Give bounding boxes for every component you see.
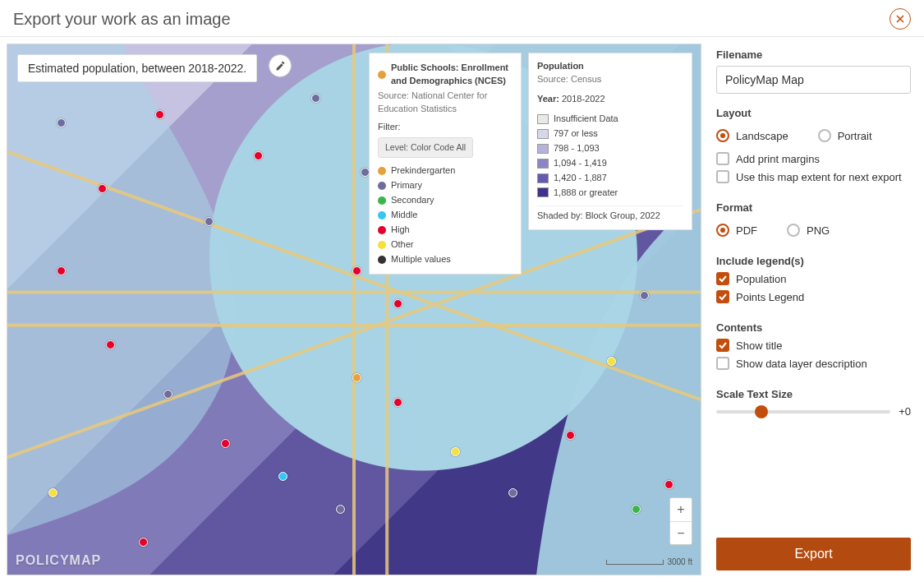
show-desc-checkbox[interactable] [716, 357, 729, 370]
zoom-out-button[interactable]: − [670, 521, 692, 544]
legend-dot-icon [378, 167, 386, 175]
map-title-box: Estimated population, between 2018-2022. [17, 54, 257, 82]
include-legends-label: Include legend(s) [716, 255, 911, 267]
filename-label: Filename [716, 48, 911, 61]
legend-points-checkbox[interactable] [716, 290, 729, 303]
edit-title-button[interactable] [269, 54, 292, 77]
scale-text-label: Scale Text Size [716, 388, 911, 400]
export-dialog: Export your work as an image [0, 0, 924, 582]
legend-population-label: Population [736, 273, 786, 285]
layout-landscape-label: Landscape [736, 130, 788, 142]
legend-swatch-icon [537, 159, 549, 169]
legend-item-label: Secondary [391, 194, 434, 207]
legend-item-label: 797 or less [554, 127, 598, 141]
close-icon [896, 15, 904, 23]
policymap-watermark: POLICYMAP [16, 553, 101, 568]
layout-landscape-radio[interactable] [716, 129, 729, 142]
pop-legend-title: Population [537, 60, 683, 73]
map-title-text: Estimated population, between 2018-2022. [28, 62, 246, 75]
legend-dot-icon [378, 182, 386, 190]
points-legend-item: Middle [378, 209, 513, 222]
legend-dot-icon [378, 211, 386, 219]
export-button[interactable]: Export [716, 538, 911, 570]
layout-portrait-radio[interactable] [818, 129, 831, 142]
zoom-control: + − [669, 497, 692, 545]
legend-item-label: 798 - 1,093 [554, 142, 600, 155]
close-button[interactable] [890, 8, 911, 30]
legend-swatch-icon [537, 173, 549, 183]
legend-swatch-icon [537, 129, 549, 139]
legend-population-checkbox[interactable] [716, 272, 729, 285]
dialog-header: Export your work as an image [0, 0, 924, 37]
layout-label: Layout [716, 107, 911, 119]
format-label: Format [716, 201, 911, 214]
legend-item-label: Primary [391, 179, 422, 192]
points-legend-item: Secondary [378, 194, 513, 207]
points-legend-title: Public Schools: Enrollment and Demograph… [391, 62, 513, 88]
print-margins-checkbox[interactable] [716, 152, 729, 165]
use-extent-checkbox[interactable] [716, 170, 729, 183]
legend-swatch-icon [537, 144, 549, 154]
legend-item-label: Multiple values [391, 253, 451, 266]
export-sidebar: Filename Layout Landscape Portrait [706, 37, 924, 582]
legend-item-label: Prekindergarten [391, 164, 455, 178]
points-legend-item: High [378, 224, 513, 237]
points-legend-card: Public Schools: Enrollment and Demograph… [369, 53, 522, 275]
filename-input[interactable] [716, 66, 911, 94]
legend-dot-icon [378, 256, 386, 264]
pop-legend-item: 1,420 - 1,887 [537, 172, 683, 185]
pop-legend-item: 1,888 or greater [537, 187, 683, 200]
zoom-in-button[interactable]: + [670, 498, 692, 521]
show-title-checkbox[interactable] [716, 339, 729, 352]
points-legend-source: Source: National Center for Education St… [378, 90, 513, 116]
slider-thumb[interactable] [755, 405, 768, 418]
legend-item-label: Insufficient Data [554, 113, 618, 126]
pop-legend-year: 2018-2022 [562, 94, 605, 104]
legend-item-label: 1,888 or greater [554, 187, 618, 200]
points-legend-item: Prekindergarten [378, 164, 513, 178]
legend-item-label: 1,420 - 1,887 [554, 172, 607, 185]
legend-swatch-icon [537, 187, 549, 197]
scale-text-value: +0 [899, 405, 911, 418]
points-legend-filter-label: Filter: [378, 121, 513, 134]
layout-portrait-label: Portrait [838, 130, 872, 142]
population-legend-card: Population Source: Census Year: 2018-202… [528, 53, 692, 230]
pop-legend-source: Source: Census [537, 73, 683, 86]
map-preview: Estimated population, between 2018-2022.… [7, 44, 701, 575]
contents-label: Contents [716, 321, 911, 334]
print-margins-label: Add print margins [736, 153, 820, 165]
points-legend-filter-button[interactable]: Level: Color Code All [378, 137, 473, 158]
pop-legend-item: 798 - 1,093 [537, 142, 683, 155]
legend-dot-icon [378, 226, 386, 234]
format-pdf-radio[interactable] [716, 224, 729, 237]
pop-legend-shadedby: Shaded by: Block Group, 2022 [537, 206, 683, 223]
dialog-title: Export your work as an image [13, 10, 231, 29]
pop-legend-year-label: Year: [537, 94, 559, 104]
show-title-label: Show title [736, 340, 782, 352]
show-desc-label: Show data layer description [736, 358, 867, 370]
pop-legend-item: 797 or less [537, 127, 683, 141]
legend-swatch-icon [537, 114, 549, 124]
points-legend-item: Primary [378, 179, 513, 192]
legend-dot-icon [378, 196, 386, 205]
format-pdf-label: PDF [736, 224, 757, 237]
pop-legend-item: Insufficient Data [537, 113, 683, 126]
scale-bar: 3000 ft [606, 557, 692, 566]
use-extent-label: Use this map extent for next export [736, 171, 902, 183]
points-legend-item: Multiple values [378, 253, 513, 266]
legend-item-label: High [391, 224, 410, 237]
pencil-icon [275, 61, 286, 72]
legend-points-label: Points Legend [736, 291, 804, 303]
format-png-radio[interactable] [787, 224, 800, 237]
format-png-label: PNG [807, 224, 830, 237]
legend-item-label: 1,094 - 1,419 [554, 157, 607, 170]
points-legend-item: Other [378, 238, 513, 252]
legend-dot-icon [378, 241, 386, 249]
scale-text-slider[interactable] [716, 410, 890, 413]
scale-distance: 3000 ft [667, 557, 692, 566]
pop-legend-item: 1,094 - 1,419 [537, 157, 683, 170]
legend-item-label: Middle [391, 209, 417, 222]
legend-item-label: Other [391, 238, 414, 252]
